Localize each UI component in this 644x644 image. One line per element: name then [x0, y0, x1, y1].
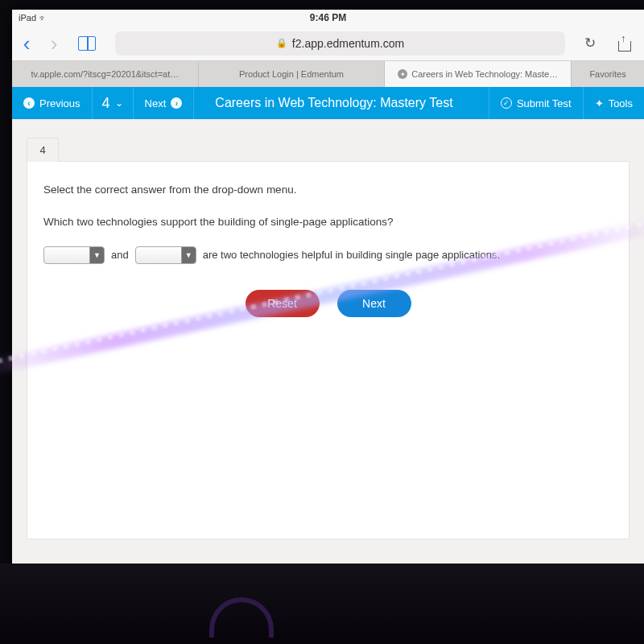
question-number: 4 [102, 95, 110, 112]
reset-label: Reset [267, 295, 297, 312]
favorites-label: Favorites [589, 69, 625, 79]
answer-sentence: ▼ and ▼ are two technologies helpful in … [43, 246, 613, 264]
sentence-mid: and [111, 247, 129, 264]
submit-label: Submit Test [517, 97, 572, 109]
wifi-icon: ᯤ [39, 14, 47, 23]
caret-down-icon: ▼ [89, 247, 104, 263]
url-text: f2.app.edmentum.com [292, 37, 404, 50]
assessment-toolbar: ‹ Previous 4 ⌄ Next › Careers in Web Tec… [12, 87, 644, 119]
next-question-button[interactable]: Next [337, 290, 411, 317]
tab-bar: tv.apple.com/?itscg=20201&itsct=at… Prod… [12, 61, 644, 87]
browser-tab[interactable]: Product Login | Edmentum [199, 61, 386, 87]
question-number-tab: 4 [27, 138, 59, 162]
tab-label: Product Login | Edmentum [239, 69, 344, 79]
content-area: 4 Select the correct answer from the dro… [12, 119, 644, 554]
favorites-button[interactable]: Favorites [572, 61, 644, 87]
ios-status-bar: iPad ᯤ 9:46 PM [12, 10, 644, 26]
tab-label: Careers in Web Technology: Maste… [411, 69, 558, 79]
submit-test-button[interactable]: ✓ Submit Test [489, 87, 584, 119]
tab-label: tv.apple.com/?itscg=20201&itsct=at… [31, 69, 179, 79]
question-prompt: Which two technologies support the build… [43, 213, 613, 231]
lock-icon: 🔒 [276, 38, 287, 48]
previous-label: Previous [39, 97, 80, 109]
next-button[interactable]: Next › [134, 87, 195, 119]
wrench-icon: ✦ [595, 97, 604, 109]
back-button[interactable]: ‹ [19, 33, 35, 54]
assessment-title: Careers in Web Technology: Mastery Test [194, 96, 489, 110]
arrow-right-icon: › [171, 97, 182, 109]
clock: 9:46 PM [310, 12, 346, 23]
question-card: 4 Select the correct answer from the dro… [27, 161, 630, 539]
photo-background [0, 564, 644, 644]
chevron-down-icon: ⌄ [115, 97, 123, 109]
browser-tab-active[interactable]: ✦ Careers in Web Technology: Maste… [385, 61, 572, 87]
previous-button[interactable]: ‹ Previous [12, 87, 93, 119]
check-icon: ✓ [501, 97, 512, 109]
bookmarks-icon[interactable] [78, 36, 96, 51]
next-label: Next [145, 97, 167, 109]
tools-button[interactable]: ✦ Tools [584, 87, 644, 119]
answer-dropdown-2[interactable]: ▼ [135, 246, 196, 264]
share-icon[interactable] [618, 35, 631, 52]
arrow-left-icon: ‹ [23, 97, 35, 109]
device-label: iPad [19, 13, 36, 23]
reload-icon[interactable]: ↻ [584, 35, 596, 52]
reset-button[interactable]: Reset [246, 290, 320, 317]
browser-tab[interactable]: tv.apple.com/?itscg=20201&itsct=at… [12, 61, 199, 87]
answer-dropdown-1[interactable]: ▼ [43, 246, 105, 264]
sentence-tail: are two technologies helpful in building… [203, 247, 500, 264]
browser-toolbar: ‹ › 🔒 f2.app.edmentum.com ↻ [12, 26, 644, 61]
tab-favicon-icon: ✦ [398, 69, 407, 79]
caret-down-icon: ▼ [181, 247, 196, 263]
tools-label: Tools [609, 97, 633, 109]
next-label: Next [362, 295, 386, 312]
question-selector[interactable]: 4 ⌄ [93, 87, 134, 119]
forward-button[interactable]: › [46, 33, 62, 54]
address-bar[interactable]: 🔒 f2.app.edmentum.com [115, 31, 565, 56]
question-instruction: Select the correct answer from the drop-… [43, 181, 613, 199]
